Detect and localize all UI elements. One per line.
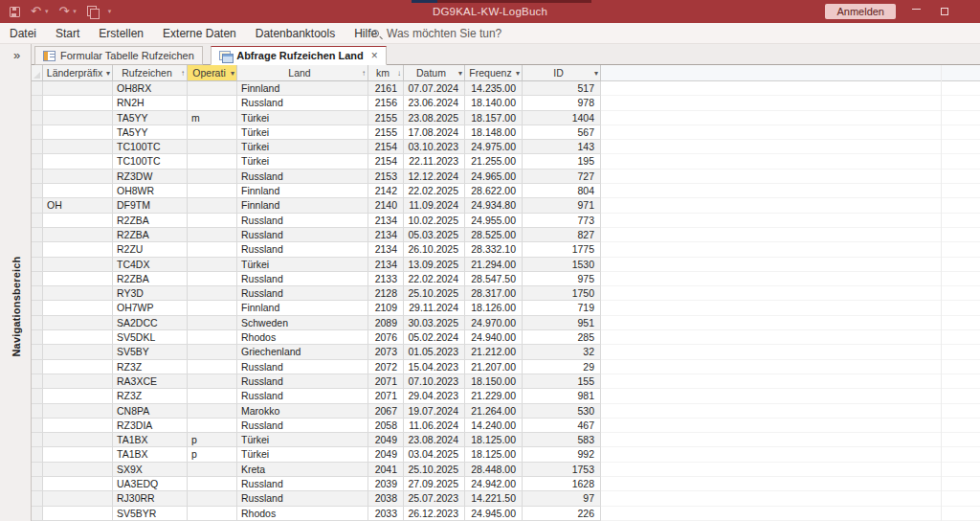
cell-rufzeichen[interactable]: RJ30RR	[113, 491, 188, 506]
column-header-land[interactable]: Land↑	[237, 65, 368, 81]
cell-km[interactable]: 2156	[368, 96, 404, 110]
cell-datum[interactable]: 25.07.2023	[404, 491, 465, 506]
cell-land[interactable]: Finnland	[237, 301, 368, 315]
cell-frequenz[interactable]: 18.125.00	[465, 433, 523, 447]
cell-l-nderpr-fix[interactable]	[43, 345, 113, 359]
record-selector[interactable]	[32, 140, 43, 154]
cell-frequenz[interactable]: 28.622.00	[465, 184, 523, 198]
cell-operati[interactable]	[188, 316, 237, 330]
cell-rufzeichen[interactable]: UA3EDQ	[113, 477, 188, 491]
cell-operati[interactable]	[188, 345, 237, 359]
cell-land[interactable]: Russland	[237, 214, 368, 228]
cell-rufzeichen[interactable]: CN8PA	[113, 404, 188, 419]
cell-l-nderpr-fix[interactable]	[43, 477, 113, 491]
cell-id[interactable]: 29	[523, 360, 601, 374]
document-tab-abfrage-rufzeichen-land[interactable]: Abfrage Rufzeichen Land×	[211, 46, 387, 65]
cell-operati[interactable]	[188, 228, 237, 242]
column-header-rufzeichen[interactable]: Rufzeichen↑	[113, 65, 188, 81]
cell-l-nderpr-fix[interactable]	[43, 111, 113, 125]
cell-operati[interactable]	[188, 301, 237, 315]
navigation-pane-collapsed[interactable]: » Navigationsbereich	[0, 44, 32, 521]
cell-km[interactable]: 2153	[368, 170, 404, 184]
cell-rufzeichen[interactable]: TA1BX	[113, 433, 188, 447]
cell-l-nderpr-fix[interactable]	[43, 286, 113, 301]
cell-rufzeichen[interactable]: SX9X	[113, 463, 188, 477]
cell-id[interactable]: 971	[523, 198, 601, 213]
cell-datum[interactable]: 26.12.2023	[404, 507, 465, 521]
cell-datum[interactable]: 10.02.2025	[404, 214, 465, 228]
record-selector[interactable]	[32, 477, 43, 491]
cell-land[interactable]: Russland	[237, 272, 368, 286]
cell-land[interactable]: Russland	[237, 389, 368, 403]
cell-rufzeichen[interactable]: OH8RX	[113, 81, 188, 96]
cell-datum[interactable]: 23.06.2024	[404, 96, 465, 110]
cell-datum[interactable]: 23.08.2025	[404, 111, 465, 125]
cell-operati[interactable]	[188, 258, 237, 272]
cell-datum[interactable]: 03.04.2025	[404, 447, 465, 462]
cell-operati[interactable]	[188, 389, 237, 403]
cell-datum[interactable]: 15.04.2023	[404, 360, 465, 374]
cell-frequenz[interactable]: 18.140.00	[465, 96, 523, 110]
sort-asc-icon[interactable]: ↑	[362, 65, 366, 81]
record-selector[interactable]	[32, 330, 43, 345]
cell-km[interactable]: 2033	[368, 507, 404, 521]
cell-id[interactable]: 1753	[523, 463, 601, 477]
cell-rufzeichen[interactable]: OH7WP	[113, 301, 188, 315]
cell-l-nderpr-fix[interactable]	[43, 360, 113, 374]
cell-datum[interactable]: 29.11.2024	[404, 301, 465, 315]
cell-id[interactable]: 951	[523, 316, 601, 330]
cell-datum[interactable]: 11.06.2024	[404, 419, 465, 433]
cell-operati[interactable]	[188, 404, 237, 419]
cell-operati[interactable]	[188, 184, 237, 198]
record-selector[interactable]	[32, 433, 43, 447]
cell-id[interactable]: 727	[523, 170, 601, 184]
cell-id[interactable]: 804	[523, 184, 601, 198]
cell-frequenz[interactable]: 28.317.00	[465, 286, 523, 301]
cell-km[interactable]: 2155	[368, 111, 404, 125]
cell-land[interactable]: Russland	[237, 374, 368, 389]
record-selector[interactable]	[32, 81, 43, 96]
cell-frequenz[interactable]: 21.207.00	[465, 360, 523, 374]
ribbon-tab-datenbanktools[interactable]: Datenbanktools	[256, 27, 335, 40]
cell-l-nderpr-fix[interactable]	[43, 507, 113, 521]
cell-id[interactable]: 143	[523, 140, 601, 154]
cell-km[interactable]: 2134	[368, 228, 404, 242]
cell-id[interactable]: 155	[523, 374, 601, 389]
cell-id[interactable]: 195	[523, 154, 601, 169]
cell-datum[interactable]: 01.05.2023	[404, 345, 465, 359]
cell-operati[interactable]	[188, 154, 237, 169]
cell-l-nderpr-fix[interactable]	[43, 81, 113, 96]
cell-km[interactable]: 2073	[368, 345, 404, 359]
cell-datum[interactable]: 22.02.2024	[404, 272, 465, 286]
cell-frequenz[interactable]: 24.955.00	[465, 214, 523, 228]
cell-land[interactable]: Russland	[237, 477, 368, 491]
cell-frequenz[interactable]: 21.255.00	[465, 154, 523, 169]
cell-rufzeichen[interactable]: RZ3Z	[113, 389, 188, 403]
cell-operati[interactable]	[188, 286, 237, 301]
cell-land[interactable]: Türkei	[237, 433, 368, 447]
cell-id[interactable]: 97	[523, 491, 601, 506]
cell-land[interactable]: Russland	[237, 286, 368, 301]
cell-rufzeichen[interactable]: OH8WR	[113, 184, 188, 198]
cell-rufzeichen[interactable]: SV5DKL	[113, 330, 188, 345]
cell-datum[interactable]: 19.07.2024	[404, 404, 465, 419]
cell-land[interactable]: Türkei	[237, 258, 368, 272]
cell-rufzeichen[interactable]: R2ZBA	[113, 214, 188, 228]
cell-id[interactable]: 827	[523, 228, 601, 242]
cell-frequenz[interactable]: 24.934.80	[465, 198, 523, 213]
cell-datum[interactable]: 23.08.2024	[404, 433, 465, 447]
cell-rufzeichen[interactable]: RA3XCE	[113, 374, 188, 389]
record-selector[interactable]	[32, 96, 43, 110]
cell-land[interactable]: Russland	[237, 242, 368, 257]
record-selector[interactable]	[32, 463, 43, 477]
cell-datum[interactable]: 22.11.2023	[404, 154, 465, 169]
cell-frequenz[interactable]: 21.294.00	[465, 258, 523, 272]
cell-l-nderpr-fix[interactable]	[43, 214, 113, 228]
cell-land[interactable]: Schweden	[237, 316, 368, 330]
cell-datum[interactable]: 07.07.2024	[404, 81, 465, 96]
cell-rufzeichen[interactable]: TA1BX	[113, 447, 188, 462]
cell-operati[interactable]	[188, 360, 237, 374]
sort-desc-icon[interactable]: ↓	[397, 65, 401, 81]
cell-datum[interactable]: 17.08.2024	[404, 125, 465, 140]
cell-id[interactable]: 1750	[523, 286, 601, 301]
